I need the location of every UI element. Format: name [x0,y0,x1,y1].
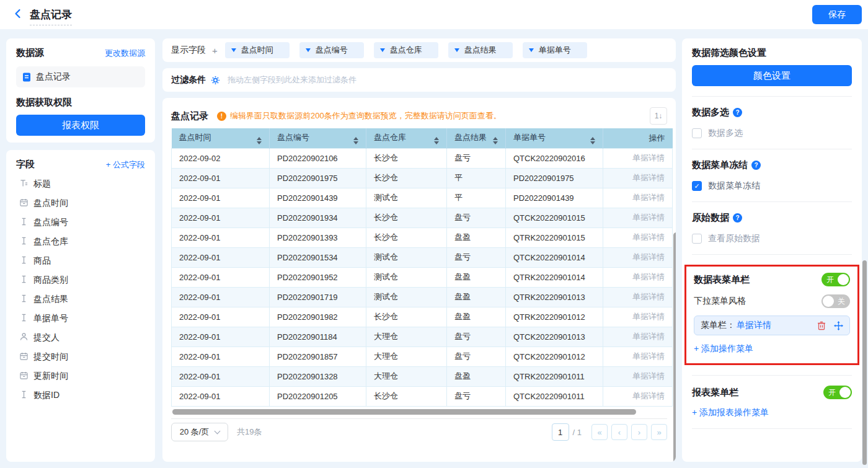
table-vertical-scrollbar[interactable] [673,232,676,462]
table-cell: 盘盈 [447,287,506,307]
save-button[interactable]: 保存 [812,5,862,24]
column-header[interactable]: 单据单号 [506,128,603,148]
column-header[interactable]: 盘点结果 [447,128,506,148]
row-action-link[interactable]: 单据详情 [603,307,673,327]
back-icon[interactable] [12,8,25,20]
row-action-link[interactable]: 单据详情 [603,168,673,188]
row-action-link[interactable]: 单据详情 [603,247,673,267]
table-cell: PD20220901982 [270,307,366,327]
sort-icon[interactable] [493,137,498,144]
add-action-menu-link[interactable]: + 添加操作菜单 [694,343,850,355]
filter-bar[interactable]: 过滤条件 拖动左侧字段到此处来添加过滤条件 [162,68,676,92]
page-nav-buttons: «‹›» [588,424,667,440]
column-header[interactable]: 盘点编号 [270,128,366,148]
page-size-select[interactable]: 20 条/页 [171,423,228,441]
add-display-field-icon[interactable]: + [212,45,218,56]
page-number-input[interactable]: 1 [552,423,569,441]
raw-data-title: 原始数据 [692,212,729,224]
help-icon[interactable]: ? [751,161,761,170]
prev-page-icon[interactable]: ‹ [611,424,627,440]
table-cell: 2022-09-01 [172,327,270,347]
table-cell: 测试仓 [366,267,447,287]
formula-field-link[interactable]: + 公式字段 [106,159,145,170]
next-page-icon[interactable]: › [631,424,647,440]
change-datasource-link[interactable]: 更改数据源 [105,48,145,59]
table-cell: PD20220901975 [270,168,366,188]
display-field-chip[interactable]: 盘点仓库 [374,42,438,58]
sort-icon[interactable] [590,137,595,144]
checkbox-unchecked[interactable] [692,234,702,244]
help-icon[interactable]: ? [733,108,742,117]
first-page-icon[interactable]: « [591,424,608,440]
field-item-label: 标题 [33,179,51,190]
sort-icon[interactable] [353,137,358,144]
datasource-item[interactable]: 盘点记录 [16,66,145,87]
column-header[interactable]: 盘点仓库 [366,128,447,148]
field-item[interactable]: 单据单号 [16,309,145,328]
field-item[interactable]: 盘点编号 [16,213,145,232]
menubar-item-value[interactable]: 单据详情 [737,320,771,331]
row-action-link[interactable]: 单据详情 [603,208,673,227]
field-item[interactable]: 盘点仓库 [16,232,145,251]
color-setting-button[interactable]: 颜色设置 [692,65,852,86]
row-action-link[interactable]: 单据详情 [603,227,673,247]
row-action-link[interactable]: 单据详情 [603,386,673,406]
gear-icon[interactable] [211,76,220,85]
checkbox-unchecked[interactable] [692,128,702,138]
add-report-action-link[interactable]: + 添加报表操作菜单 [692,407,852,418]
field-item[interactable]: 商品类别 [16,270,145,289]
last-page-icon[interactable]: » [651,424,667,440]
table-horizontal-scrollbar[interactable] [172,409,636,415]
trash-icon[interactable] [817,321,826,330]
sort-icon[interactable] [257,137,262,144]
row-action-link[interactable]: 单据详情 [603,267,673,287]
raw-data-checkbox-row[interactable]: 查看原始数据 [692,233,852,244]
text-icon [20,256,28,266]
column-header-action[interactable]: 操作 [603,128,673,148]
table-row: 2022-09-01PD20220901719测试仓盘盈QTRK20220901… [172,287,673,307]
table-cell: 大理仓 [366,366,447,386]
report-menubar-toggle[interactable]: 开 [823,386,852,399]
multi-select-checkbox-row[interactable]: 数据多选 [692,128,852,139]
help-icon[interactable]: ? [733,213,742,223]
page-vertical-scrollbar[interactable] [862,260,867,465]
row-action-link[interactable]: 单据详情 [603,148,673,168]
field-item[interactable]: 盘点结果 [16,289,145,309]
field-item[interactable]: 提交时间 [16,347,145,366]
table-cell: QTRK20220901011 [506,366,603,386]
checkbox-checked[interactable]: ✓ [692,181,702,191]
field-item[interactable]: 数据ID [16,386,145,405]
display-field-chip[interactable]: 盘点时间 [225,42,290,58]
table-cell: 盘亏 [447,148,506,168]
table-menubar-toggle[interactable]: 开 [822,273,850,286]
field-item[interactable]: 提交人 [16,328,145,347]
table-body: 2022-09-02PD20220902106长沙仓盘亏QTCK20220902… [172,148,673,406]
menu-freeze-checkbox-row[interactable]: ✓ 数据菜单冻结 [692,180,852,192]
table-row: 2022-09-01PD20220901393长沙仓盘盈QTRK20220901… [172,227,673,247]
field-item[interactable]: 商品 [16,251,145,270]
column-header[interactable]: 盘点时间 [172,128,270,148]
field-item[interactable]: 更新时间 [16,366,145,386]
dropdown-style-label: 下拉菜单风格 [694,296,746,307]
table-menubar-title: 数据表菜单栏 [694,274,750,286]
field-item[interactable]: 盘点时间 [16,193,145,213]
dropdown-style-toggle[interactable]: 关 [822,294,850,308]
report-permission-button[interactable]: 报表权限 [16,115,145,136]
chevron-down-icon [380,48,385,52]
menubar-item[interactable]: 菜单栏： 单据详情 [694,316,850,335]
move-icon[interactable] [834,321,843,330]
table-cell: 长沙仓 [366,227,447,247]
display-field-chip[interactable]: 盘点编号 [299,42,364,58]
sort-icon[interactable] [434,137,439,144]
row-action-link[interactable]: 单据详情 [603,287,673,307]
row-action-link[interactable]: 单据详情 [603,366,673,386]
field-item[interactable]: 标题 [16,174,145,193]
row-action-link[interactable]: 单据详情 [603,188,673,208]
display-field-chip[interactable]: 单据单号 [523,42,587,58]
row-action-link[interactable]: 单据详情 [603,347,673,366]
table-cell: 大理仓 [366,347,447,366]
row-action-link[interactable]: 单据详情 [603,327,673,347]
warning-icon: ! [217,112,226,121]
display-field-chip[interactable]: 盘点结果 [448,42,513,58]
row-sort-tool-icon[interactable]: 1↓ [650,107,667,125]
